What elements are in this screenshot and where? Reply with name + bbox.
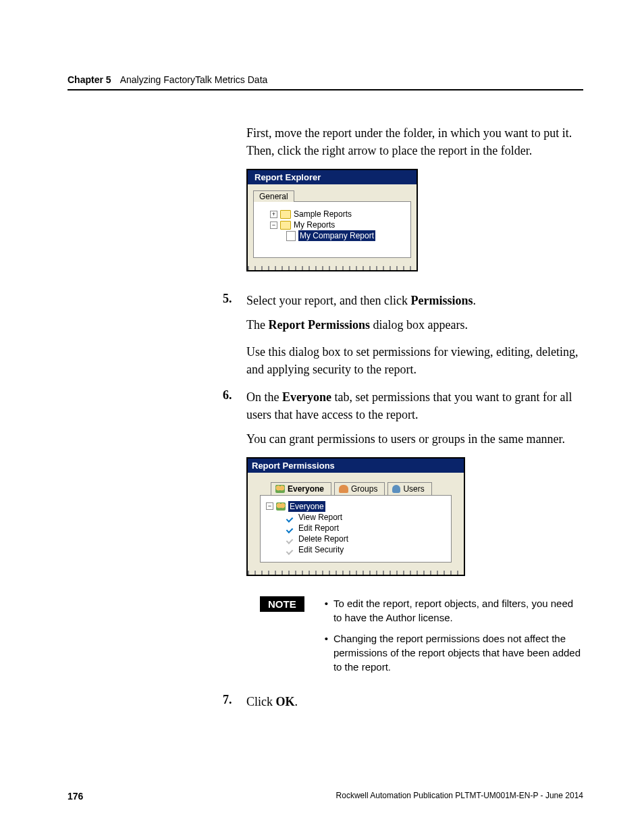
- tab-users[interactable]: Users: [387, 482, 431, 495]
- bold-text: Everyone: [282, 390, 331, 404]
- page-header: Chapter 5 Analyzing FactoryTalk Metrics …: [68, 74, 583, 90]
- tab-groups[interactable]: Groups: [334, 482, 385, 495]
- bullet-icon: •: [325, 596, 328, 625]
- report-explorer-window: Report Explorer General + Sample Reports…: [246, 169, 418, 271]
- step-number: 5.: [223, 292, 246, 306]
- tree-item-sample-reports[interactable]: + Sample Reports: [258, 209, 406, 219]
- content-column: First, move the report under the folder,…: [246, 124, 583, 710]
- tree-label-selected: My Company Report: [298, 230, 375, 241]
- step-number: 6.: [223, 388, 246, 402]
- perm-edit-report[interactable]: Edit Report: [266, 523, 446, 533]
- step-7: 7. Click OK.: [246, 693, 583, 710]
- note-list: • To edit the report, report objects, an…: [325, 596, 583, 681]
- tree-panel: + Sample Reports − My Reports My Company…: [253, 201, 411, 258]
- report-permissions-window: Report Permissions Everyone Groups Users…: [246, 457, 465, 576]
- note-bullet-1: • To edit the report, report objects, an…: [325, 596, 583, 625]
- expand-icon[interactable]: +: [270, 211, 277, 218]
- perm-label: Edit Report: [298, 523, 339, 533]
- text: The: [246, 318, 268, 332]
- bold-text: Permissions: [410, 294, 473, 307]
- tree-label: My Reports: [294, 219, 335, 230]
- page: Chapter 5 Analyzing FactoryTalk Metrics …: [0, 0, 644, 834]
- intro-paragraph: First, move the report under the folder,…: [246, 124, 583, 159]
- text: On the: [246, 390, 282, 404]
- text: .: [295, 695, 298, 708]
- step-6: 6. On the Everyone tab, set permissions …: [246, 388, 583, 423]
- step5-p3: Use this dialog box to set permissions f…: [246, 343, 583, 378]
- tree-item-my-reports[interactable]: − My Reports: [258, 219, 406, 230]
- folder-icon: [280, 210, 291, 219]
- folder-icon: [280, 221, 291, 230]
- bullet-icon: •: [325, 631, 328, 674]
- text: Click: [246, 695, 276, 708]
- tab-general[interactable]: General: [253, 190, 294, 202]
- text: dialog box appears.: [370, 318, 468, 332]
- collapse-icon[interactable]: −: [270, 221, 277, 229]
- window-title: Report Explorer: [248, 170, 417, 184]
- page-footer: 176 Rockwell Automation Publication PLTM…: [68, 791, 583, 802]
- publication-info: Rockwell Automation Publication PLTMT-UM…: [336, 791, 583, 802]
- note-text: To edit the report, report objects, and …: [333, 596, 583, 625]
- page-number: 176: [68, 791, 83, 802]
- step-text: On the Everyone tab, set permissions tha…: [246, 388, 583, 423]
- perm-view-report[interactable]: View Report: [266, 512, 446, 523]
- tree-label: Sample Reports: [294, 209, 352, 219]
- step-number: 7.: [223, 693, 246, 707]
- text: Select your report, and then click: [246, 294, 410, 307]
- step5-p2: The Report Permissions dialog box appear…: [246, 316, 583, 334]
- note-text: Changing the report permissions does not…: [333, 631, 583, 674]
- note-block: NOTE • To edit the report, report object…: [260, 596, 583, 681]
- perm-label: Delete Report: [298, 533, 348, 544]
- tab-label: Everyone: [288, 484, 324, 494]
- window-body: General + Sample Reports − My Reports: [248, 184, 417, 267]
- text: .: [473, 294, 476, 307]
- people-icon: [276, 502, 286, 511]
- chapter-subtitle: Analyzing FactoryTalk Metrics Data: [120, 74, 268, 85]
- perm-label: View Report: [298, 512, 342, 523]
- perm-delete-report[interactable]: Delete Report: [266, 533, 446, 544]
- step-5: 5. Select your report, and then click Pe…: [246, 292, 583, 309]
- note-bullet-2: • Changing the report permissions does n…: [325, 631, 583, 674]
- step-text: Select your report, and then click Permi…: [246, 292, 476, 309]
- perm-edit-security[interactable]: Edit Security: [266, 544, 446, 555]
- window-title: Report Permissions: [248, 459, 464, 473]
- tab-label: Users: [403, 484, 424, 494]
- uncheck-icon: [286, 535, 296, 543]
- uncheck-icon: [286, 546, 296, 554]
- tree-label-selected: Everyone: [288, 501, 325, 512]
- tabs-row: Everyone Groups Users: [248, 473, 464, 495]
- torn-edge: [248, 266, 417, 270]
- permissions-panel: − Everyone View Report Edit Report Delet…: [260, 495, 452, 563]
- group-icon: [339, 485, 348, 493]
- note-badge: NOTE: [260, 596, 304, 612]
- bold-text: OK: [276, 695, 295, 708]
- tab-label: Groups: [351, 484, 377, 494]
- check-icon: [286, 524, 296, 532]
- check-icon: [286, 513, 296, 521]
- bold-text: Report Permissions: [268, 318, 369, 332]
- user-icon: [392, 485, 400, 493]
- step6-p2: You can grant permissions to users or gr…: [246, 430, 583, 448]
- perm-label: Edit Security: [298, 544, 344, 555]
- report-icon: [286, 231, 296, 241]
- chapter-label: Chapter 5: [68, 74, 111, 85]
- perm-root[interactable]: − Everyone: [266, 501, 446, 512]
- people-icon: [275, 485, 285, 493]
- tab-everyone[interactable]: Everyone: [271, 482, 331, 495]
- collapse-icon[interactable]: −: [266, 502, 273, 510]
- step-text: Click OK.: [246, 693, 298, 710]
- torn-edge: [248, 571, 464, 575]
- tree-item-my-company-report[interactable]: My Company Report: [258, 230, 406, 241]
